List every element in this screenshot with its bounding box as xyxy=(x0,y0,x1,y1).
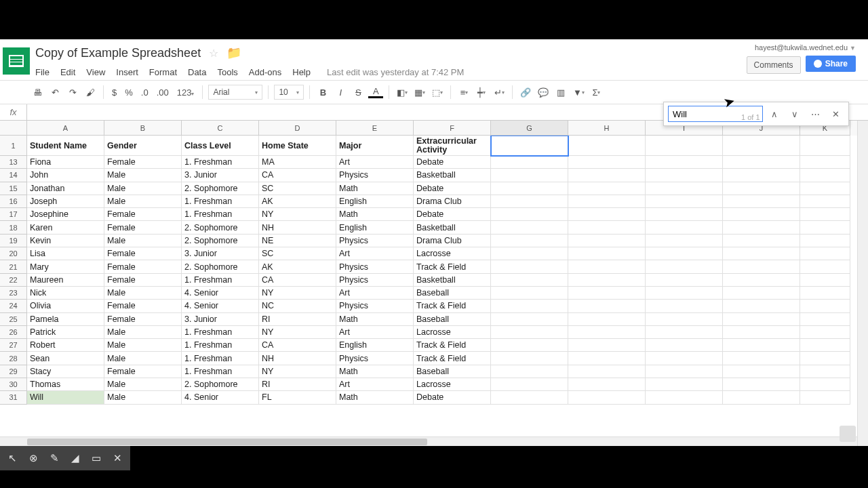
pencil-tool-icon[interactable]: ✎ xyxy=(50,452,59,464)
cell[interactable]: Art xyxy=(336,378,414,391)
cell[interactable]: 2. Sophomore xyxy=(182,235,259,247)
cell[interactable] xyxy=(800,378,850,391)
cell[interactable]: Female xyxy=(104,300,182,312)
cell[interactable] xyxy=(568,313,646,326)
star-icon[interactable]: ☆ xyxy=(209,47,218,60)
row-header[interactable]: 1 xyxy=(0,136,27,156)
header-cell[interactable]: Extracurricular Activity xyxy=(414,136,491,156)
cell[interactable]: 1. Freshman xyxy=(182,156,259,169)
document-title[interactable]: Copy of Example Spreadsheet xyxy=(35,46,201,60)
row-header[interactable]: 21 xyxy=(0,260,27,273)
cell[interactable]: English xyxy=(336,195,414,208)
row-header[interactable]: 27 xyxy=(0,339,27,352)
cell[interactable] xyxy=(491,365,568,378)
cell[interactable] xyxy=(723,221,800,234)
row-header[interactable]: 24 xyxy=(0,300,27,312)
cell[interactable] xyxy=(646,300,723,312)
cell[interactable] xyxy=(723,300,800,312)
cell[interactable]: Josephine xyxy=(27,208,104,221)
cell[interactable] xyxy=(800,274,850,287)
row-header[interactable]: 31 xyxy=(0,391,27,404)
cell[interactable] xyxy=(491,339,568,352)
cell[interactable] xyxy=(568,221,646,234)
cell[interactable] xyxy=(800,300,850,312)
cell[interactable] xyxy=(646,365,723,378)
cell[interactable]: Lisa xyxy=(27,247,104,260)
row-header[interactable]: 25 xyxy=(0,313,27,326)
cell[interactable]: 2. Sophomore xyxy=(182,182,259,195)
cell[interactable]: Baseball xyxy=(414,287,491,300)
functions-icon[interactable]: Σ▾ xyxy=(589,85,604,100)
cell[interactable] xyxy=(568,195,646,208)
row-header[interactable]: 19 xyxy=(0,235,27,247)
cell[interactable] xyxy=(646,156,723,169)
print-icon[interactable]: 🖶 xyxy=(30,85,45,100)
cell[interactable]: NE xyxy=(259,235,336,247)
redo-icon[interactable]: ↷ xyxy=(65,85,80,100)
cell[interactable]: John xyxy=(27,169,104,182)
cell[interactable] xyxy=(568,156,646,169)
cell[interactable]: Lacrosse xyxy=(414,326,491,339)
pointer-tool-icon[interactable]: ↖ xyxy=(8,452,17,464)
cell[interactable] xyxy=(723,313,800,326)
font-size-selector[interactable]: 10▾ xyxy=(274,85,304,100)
cell[interactable]: Lacrosse xyxy=(414,247,491,260)
cell[interactable]: CA xyxy=(259,339,336,352)
cell[interactable]: NH xyxy=(259,221,336,234)
cell[interactable]: Male xyxy=(104,378,182,391)
cell[interactable] xyxy=(568,300,646,312)
row-header[interactable]: 15 xyxy=(0,182,27,195)
cell[interactable]: SC xyxy=(259,182,336,195)
cell[interactable]: Art xyxy=(336,156,414,169)
cell[interactable] xyxy=(646,352,723,365)
cell[interactable]: 1. Freshman xyxy=(182,274,259,287)
cell[interactable]: Basketball xyxy=(414,221,491,234)
cell[interactable]: Male xyxy=(104,235,182,247)
row-header[interactable]: 23 xyxy=(0,287,27,300)
cell[interactable]: Female xyxy=(104,274,182,287)
cell[interactable]: Male xyxy=(104,326,182,339)
cell[interactable] xyxy=(568,287,646,300)
cell[interactable]: Male xyxy=(104,169,182,182)
menu-insert[interactable]: Insert xyxy=(116,67,138,77)
cell[interactable]: Debate xyxy=(414,182,491,195)
col-header-G[interactable]: G xyxy=(491,121,568,136)
row-header[interactable]: 13 xyxy=(0,156,27,169)
cell[interactable]: Joseph xyxy=(27,195,104,208)
select-all-corner[interactable] xyxy=(0,121,27,136)
cell[interactable] xyxy=(646,221,723,234)
fill-color-icon[interactable]: ◧▾ xyxy=(395,85,410,100)
cell[interactable] xyxy=(723,378,800,391)
cell[interactable] xyxy=(646,208,723,221)
cell[interactable]: Debate xyxy=(414,156,491,169)
cell[interactable]: Female xyxy=(104,221,182,234)
col-header-C[interactable]: C xyxy=(182,121,259,136)
undo-icon[interactable]: ↶ xyxy=(47,85,62,100)
format-currency-icon[interactable]: $ xyxy=(109,87,119,98)
cell[interactable]: Male xyxy=(104,182,182,195)
cell[interactable]: Baseball xyxy=(414,313,491,326)
cell[interactable]: Math xyxy=(336,365,414,378)
cell[interactable] xyxy=(646,378,723,391)
cell[interactable] xyxy=(568,378,646,391)
cell[interactable] xyxy=(723,287,800,300)
cell[interactable]: Mary xyxy=(27,260,104,273)
cell[interactable] xyxy=(568,235,646,247)
cell[interactable]: 1. Freshman xyxy=(182,339,259,352)
col-header-E[interactable]: E xyxy=(336,121,414,136)
cell[interactable]: NH xyxy=(259,352,336,365)
cell[interactable] xyxy=(800,156,850,169)
cell[interactable]: Karen xyxy=(27,221,104,234)
cell[interactable]: Physics xyxy=(336,260,414,273)
cell[interactable]: Pamela xyxy=(27,313,104,326)
sheets-logo[interactable] xyxy=(3,47,30,75)
row-header[interactable]: 26 xyxy=(0,326,27,339)
cell[interactable] xyxy=(723,235,800,247)
cell[interactable] xyxy=(723,365,800,378)
cell[interactable] xyxy=(491,378,568,391)
cell[interactable] xyxy=(491,156,568,169)
menu-edit[interactable]: Edit xyxy=(60,67,75,77)
row-header[interactable]: 14 xyxy=(0,169,27,182)
cell[interactable]: Jonathan xyxy=(27,182,104,195)
last-edit-text[interactable]: Last edit was yesterday at 7:42 PM xyxy=(327,67,464,77)
